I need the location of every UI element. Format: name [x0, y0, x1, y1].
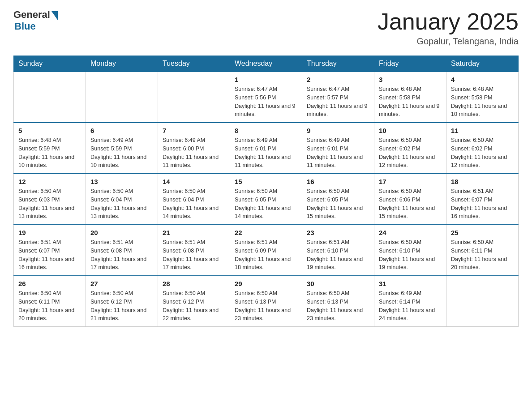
day-number: 29 — [235, 280, 297, 287]
day-info: Sunrise: 6:51 AMSunset: 6:08 PMDaylight:… — [163, 238, 225, 272]
day-info: Sunrise: 6:50 AMSunset: 6:12 PMDaylight:… — [163, 289, 225, 323]
logo-arrow-icon — [51, 11, 58, 20]
day-info: Sunrise: 6:50 AMSunset: 6:05 PMDaylight:… — [307, 187, 369, 221]
day-number: 27 — [90, 280, 153, 287]
calendar-day-22: 22Sunrise: 6:51 AMSunset: 6:09 PMDayligh… — [230, 225, 302, 276]
calendar-day-28: 28Sunrise: 6:50 AMSunset: 6:12 PMDayligh… — [158, 276, 230, 327]
calendar-day-11: 11Sunrise: 6:50 AMSunset: 6:02 PMDayligh… — [446, 123, 519, 174]
day-number: 31 — [379, 280, 442, 287]
day-info: Sunrise: 6:49 AMSunset: 6:01 PMDaylight:… — [307, 136, 369, 170]
calendar-header-tuesday: Tuesday — [158, 56, 230, 72]
day-info: Sunrise: 6:48 AMSunset: 5:58 PMDaylight:… — [451, 85, 514, 119]
calendar-day-10: 10Sunrise: 6:50 AMSunset: 6:02 PMDayligh… — [374, 123, 446, 174]
calendar-week-row: 5Sunrise: 6:48 AMSunset: 5:59 PMDaylight… — [14, 123, 519, 174]
day-info: Sunrise: 6:50 AMSunset: 6:05 PMDaylight:… — [235, 187, 297, 221]
calendar-day-4: 4Sunrise: 6:48 AMSunset: 5:58 PMDaylight… — [446, 72, 519, 123]
calendar-day-27: 27Sunrise: 6:50 AMSunset: 6:12 PMDayligh… — [86, 276, 158, 327]
day-info: Sunrise: 6:50 AMSunset: 6:11 PMDaylight:… — [18, 289, 81, 323]
day-number: 24 — [379, 229, 442, 236]
day-number: 13 — [90, 178, 153, 185]
day-number: 4 — [451, 76, 514, 83]
day-number: 11 — [451, 127, 514, 134]
day-info: Sunrise: 6:48 AMSunset: 5:58 PMDaylight:… — [379, 85, 442, 119]
calendar-empty-cell — [86, 72, 158, 123]
calendar-day-19: 19Sunrise: 6:51 AMSunset: 6:07 PMDayligh… — [14, 225, 86, 276]
calendar-day-5: 5Sunrise: 6:48 AMSunset: 5:59 PMDaylight… — [14, 123, 86, 174]
day-info: Sunrise: 6:49 AMSunset: 6:01 PMDaylight:… — [235, 136, 297, 170]
calendar-day-9: 9Sunrise: 6:49 AMSunset: 6:01 PMDaylight… — [302, 123, 374, 174]
day-info: Sunrise: 6:49 AMSunset: 5:59 PMDaylight:… — [90, 136, 153, 170]
calendar-day-12: 12Sunrise: 6:50 AMSunset: 6:03 PMDayligh… — [14, 174, 86, 225]
calendar-week-row: 26Sunrise: 6:50 AMSunset: 6:11 PMDayligh… — [14, 276, 519, 327]
day-number: 8 — [235, 127, 297, 134]
day-number: 22 — [235, 229, 297, 236]
page-header: General Blue January 2025 Gopalur, Telan… — [13, 9, 519, 47]
day-number: 2 — [307, 76, 369, 83]
calendar-day-2: 2Sunrise: 6:47 AMSunset: 5:57 PMDaylight… — [302, 72, 374, 123]
calendar-header-friday: Friday — [374, 56, 446, 72]
day-info: Sunrise: 6:51 AMSunset: 6:07 PMDaylight:… — [451, 187, 514, 221]
logo-blue-text: Blue — [14, 21, 36, 32]
day-number: 23 — [307, 229, 369, 236]
location: Gopalur, Telangana, India — [378, 36, 519, 47]
calendar-day-1: 1Sunrise: 6:47 AMSunset: 5:56 PMDaylight… — [230, 72, 302, 123]
calendar-header-saturday: Saturday — [446, 56, 519, 72]
day-info: Sunrise: 6:49 AMSunset: 6:00 PMDaylight:… — [163, 136, 225, 170]
day-info: Sunrise: 6:50 AMSunset: 6:13 PMDaylight:… — [307, 289, 369, 323]
calendar-empty-cell — [446, 276, 519, 327]
day-number: 21 — [163, 229, 225, 236]
logo: General Blue — [13, 9, 58, 32]
day-number: 9 — [307, 127, 369, 134]
calendar-header-thursday: Thursday — [302, 56, 374, 72]
calendar-empty-cell — [14, 72, 86, 123]
calendar-day-20: 20Sunrise: 6:51 AMSunset: 6:08 PMDayligh… — [86, 225, 158, 276]
calendar-day-24: 24Sunrise: 6:50 AMSunset: 6:10 PMDayligh… — [374, 225, 446, 276]
calendar-empty-cell — [158, 72, 230, 123]
day-number: 7 — [163, 127, 225, 134]
calendar-day-15: 15Sunrise: 6:50 AMSunset: 6:05 PMDayligh… — [230, 174, 302, 225]
calendar-day-30: 30Sunrise: 6:50 AMSunset: 6:13 PMDayligh… — [302, 276, 374, 327]
calendar-day-23: 23Sunrise: 6:51 AMSunset: 6:10 PMDayligh… — [302, 225, 374, 276]
day-number: 18 — [451, 178, 514, 185]
day-number: 12 — [18, 178, 81, 185]
calendar-day-29: 29Sunrise: 6:50 AMSunset: 6:13 PMDayligh… — [230, 276, 302, 327]
calendar-day-8: 8Sunrise: 6:49 AMSunset: 6:01 PMDaylight… — [230, 123, 302, 174]
day-info: Sunrise: 6:50 AMSunset: 6:04 PMDaylight:… — [90, 187, 153, 221]
calendar-day-31: 31Sunrise: 6:49 AMSunset: 6:14 PMDayligh… — [374, 276, 446, 327]
calendar-day-13: 13Sunrise: 6:50 AMSunset: 6:04 PMDayligh… — [86, 174, 158, 225]
day-info: Sunrise: 6:51 AMSunset: 6:08 PMDaylight:… — [90, 238, 153, 272]
day-number: 5 — [18, 127, 81, 134]
day-number: 15 — [235, 178, 297, 185]
day-info: Sunrise: 6:47 AMSunset: 5:56 PMDaylight:… — [235, 85, 297, 119]
calendar-week-row: 12Sunrise: 6:50 AMSunset: 6:03 PMDayligh… — [14, 174, 519, 225]
day-info: Sunrise: 6:47 AMSunset: 5:57 PMDaylight:… — [307, 85, 369, 119]
day-info: Sunrise: 6:51 AMSunset: 6:07 PMDaylight:… — [18, 238, 81, 272]
day-number: 16 — [307, 178, 369, 185]
calendar-week-row: 19Sunrise: 6:51 AMSunset: 6:07 PMDayligh… — [14, 225, 519, 276]
calendar-week-row: 1Sunrise: 6:47 AMSunset: 5:56 PMDaylight… — [14, 72, 519, 123]
day-info: Sunrise: 6:50 AMSunset: 6:02 PMDaylight:… — [379, 136, 442, 170]
day-info: Sunrise: 6:50 AMSunset: 6:03 PMDaylight:… — [18, 187, 81, 221]
logo-general-text: General — [13, 9, 50, 21]
day-info: Sunrise: 6:50 AMSunset: 6:06 PMDaylight:… — [379, 187, 442, 221]
day-number: 28 — [163, 280, 225, 287]
day-info: Sunrise: 6:50 AMSunset: 6:02 PMDaylight:… — [451, 136, 514, 170]
month-title: January 2025 — [378, 9, 519, 34]
calendar-day-17: 17Sunrise: 6:50 AMSunset: 6:06 PMDayligh… — [374, 174, 446, 225]
day-info: Sunrise: 6:50 AMSunset: 6:04 PMDaylight:… — [163, 187, 225, 221]
day-info: Sunrise: 6:50 AMSunset: 6:12 PMDaylight:… — [90, 289, 153, 323]
day-number: 1 — [235, 76, 297, 83]
day-number: 17 — [379, 178, 442, 185]
calendar-day-14: 14Sunrise: 6:50 AMSunset: 6:04 PMDayligh… — [158, 174, 230, 225]
calendar-header-wednesday: Wednesday — [230, 56, 302, 72]
calendar-header-sunday: Sunday — [14, 56, 86, 72]
calendar-day-7: 7Sunrise: 6:49 AMSunset: 6:00 PMDaylight… — [158, 123, 230, 174]
day-info: Sunrise: 6:50 AMSunset: 6:10 PMDaylight:… — [379, 238, 442, 272]
calendar-day-3: 3Sunrise: 6:48 AMSunset: 5:58 PMDaylight… — [374, 72, 446, 123]
day-number: 14 — [163, 178, 225, 185]
calendar-header-monday: Monday — [86, 56, 158, 72]
day-info: Sunrise: 6:49 AMSunset: 6:14 PMDaylight:… — [379, 289, 442, 323]
day-number: 3 — [379, 76, 442, 83]
day-number: 19 — [18, 229, 81, 236]
day-info: Sunrise: 6:51 AMSunset: 6:09 PMDaylight:… — [235, 238, 297, 272]
